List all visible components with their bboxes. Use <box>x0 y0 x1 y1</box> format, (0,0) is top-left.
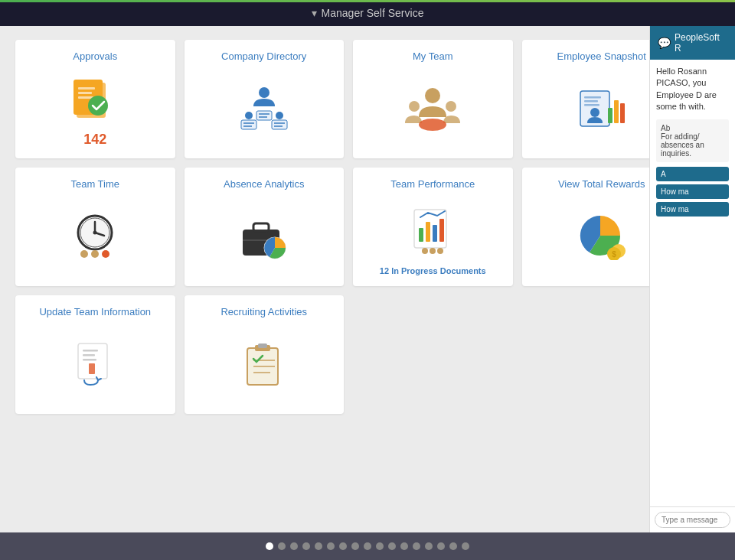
svg-point-8 <box>276 112 283 119</box>
svg-rect-46 <box>439 219 444 242</box>
svg-rect-39 <box>253 223 269 231</box>
tile-my-team[interactable]: My Team <box>353 40 513 158</box>
svg-rect-2 <box>78 87 95 90</box>
svg-point-5 <box>88 96 108 116</box>
svg-point-47 <box>422 248 428 254</box>
tile-team-performance-title: Team Performance <box>390 178 475 190</box>
svg-rect-61 <box>258 343 267 348</box>
tile-team-time-icon-area <box>67 197 122 275</box>
pagination-dot-1[interactable] <box>278 542 286 550</box>
top-navigation-bar: ▾ Manager Self Service <box>0 0 735 26</box>
tile-update-team-information[interactable]: Update Team Information <box>15 295 175 414</box>
tile-absence-analytics[interactable]: Absence Analytics <box>185 168 345 286</box>
pagination-dot-4[interactable] <box>315 542 322 550</box>
chat-bubble-icon: 💬 <box>658 37 671 49</box>
tile-grid-row2: Team Time Absence Analytics <box>15 168 681 286</box>
pagination-dot-5[interactable] <box>327 542 335 550</box>
pagination-dot-6[interactable] <box>339 542 347 550</box>
svg-point-18 <box>425 88 440 103</box>
tile-approvals-title: Approvals <box>73 50 117 62</box>
chat-button-1[interactable]: A <box>656 167 729 181</box>
svg-rect-56 <box>83 354 95 357</box>
chat-section: Ab For adding/ absences an inquiries. <box>656 119 729 162</box>
team-performance-sub-text: In Progress Documents <box>391 266 485 275</box>
pagination-dot-3[interactable] <box>302 542 310 550</box>
svg-rect-27 <box>608 108 612 123</box>
tile-team-performance[interactable]: Team Performance <box>353 168 513 286</box>
chat-input[interactable] <box>655 512 730 528</box>
team-performance-sub-number: 12 <box>380 266 389 275</box>
chat-section-title: Ab <box>661 124 724 132</box>
dropdown-chevron-icon: ▾ <box>312 7 317 19</box>
tile-company-directory[interactable]: Company Directory <box>185 40 345 158</box>
pagination-dot-13[interactable] <box>425 542 433 550</box>
chat-input-row <box>650 506 735 532</box>
pagination-dot-14[interactable] <box>437 542 445 550</box>
team-performance-icon <box>405 207 460 254</box>
pagination-dot-7[interactable] <box>351 542 359 550</box>
main-content-area: Approvals 142 Company Director <box>0 26 735 532</box>
svg-point-19 <box>409 101 420 112</box>
tile-absence-analytics-icon-area <box>237 197 292 275</box>
svg-point-21 <box>419 119 446 131</box>
svg-rect-28 <box>614 100 619 123</box>
tile-approvals[interactable]: Approvals 142 <box>15 40 175 158</box>
svg-rect-9 <box>241 120 256 129</box>
pagination-dot-16[interactable] <box>462 542 469 550</box>
pagination-dot-0[interactable] <box>266 542 273 550</box>
svg-point-26 <box>590 108 599 117</box>
tile-view-total-rewards-icon-area: $ <box>574 197 629 275</box>
pagination-dot-12[interactable] <box>413 542 420 550</box>
app-title: Manager Self Service <box>322 7 424 19</box>
view-total-rewards-icon: $ <box>574 213 629 260</box>
pagination-dot-11[interactable] <box>400 542 408 550</box>
svg-text:$: $ <box>612 250 616 259</box>
tile-update-team-information-icon-area <box>67 325 122 403</box>
employee-snapshot-icon <box>574 85 629 132</box>
update-team-information-icon <box>67 340 122 388</box>
tile-employee-snapshot-icon-area <box>574 70 629 148</box>
svg-point-48 <box>430 248 436 254</box>
svg-rect-29 <box>620 103 625 123</box>
tile-recruiting-activities[interactable]: Recruiting Activities <box>185 295 345 414</box>
approvals-icon <box>69 77 121 121</box>
svg-rect-44 <box>426 222 430 242</box>
chat-body: Hello Rosann PICASO, you Employee D are … <box>650 60 735 506</box>
tile-my-team-title: My Team <box>413 50 453 62</box>
svg-rect-24 <box>584 100 598 103</box>
svg-point-35 <box>80 250 88 258</box>
chat-button-3[interactable]: How ma <box>656 202 729 217</box>
pagination-dot-9[interactable] <box>376 542 384 550</box>
svg-point-37 <box>102 250 109 258</box>
svg-point-34 <box>93 231 97 235</box>
svg-rect-25 <box>584 104 599 106</box>
tile-team-performance-sub: 12 In Progress Documents <box>380 266 486 275</box>
tile-team-time[interactable]: Team Time <box>15 168 175 286</box>
tile-update-team-information-title: Update Team Information <box>39 306 151 317</box>
tile-company-directory-title: Company Directory <box>221 50 306 62</box>
svg-rect-4 <box>78 96 93 99</box>
svg-point-36 <box>91 250 99 258</box>
svg-point-20 <box>446 101 456 112</box>
absence-analytics-icon <box>237 213 292 260</box>
pagination-dot-2[interactable] <box>290 542 298 550</box>
my-team-icon <box>405 85 460 132</box>
pagination-dot-10[interactable] <box>388 542 396 550</box>
chat-button-2[interactable]: How ma <box>656 184 729 199</box>
svg-rect-58 <box>89 363 95 374</box>
svg-rect-10 <box>256 111 272 120</box>
svg-point-7 <box>245 112 253 119</box>
tile-recruiting-activities-title: Recruiting Activities <box>220 306 307 317</box>
pagination-dot-15[interactable] <box>449 542 457 550</box>
tile-grid-row1: Approvals 142 Company Director <box>15 40 681 158</box>
empty-tile-1 <box>353 295 513 414</box>
svg-rect-23 <box>584 96 601 99</box>
approvals-badge: 142 <box>83 132 106 148</box>
chat-header-title: PeopleSoft R <box>675 32 727 54</box>
tile-grid-row3: Update Team Information R <box>15 295 681 414</box>
pagination-dot-8[interactable] <box>364 542 371 550</box>
chat-header: 💬 PeopleSoft R <box>650 26 735 60</box>
svg-rect-55 <box>83 350 98 352</box>
svg-rect-11 <box>272 120 287 129</box>
team-time-icon <box>67 213 122 260</box>
